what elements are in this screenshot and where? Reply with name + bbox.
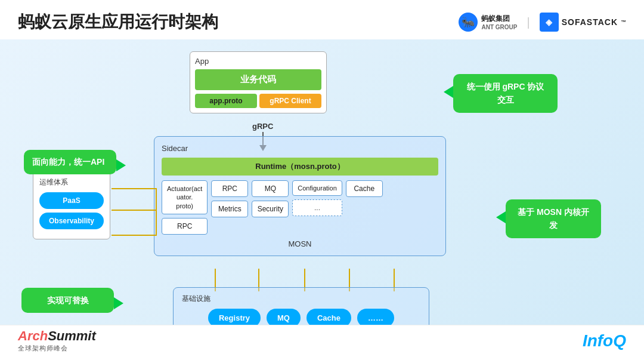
arch-suffix: Summit	[48, 328, 96, 343]
connector-h-1	[112, 188, 156, 189]
ant-group-logo: 🐜 蚂蚁集团 ANT GROUP	[459, 13, 517, 32]
connector-h-3	[112, 235, 156, 236]
sofa-icon: ◈	[540, 13, 559, 32]
callout-api: 面向能力，统一API	[24, 150, 116, 174]
mosn-col-4: Configuration ...	[292, 180, 342, 235]
callout-replace: 实现可替换	[21, 288, 114, 313]
callout-replace-tail	[114, 297, 123, 309]
footer-left: ArchSummit 全球架构师峰会	[18, 328, 96, 353]
app-box: App 业务代码 app.proto gRPC Client	[190, 51, 327, 113]
app-label: App	[195, 57, 321, 66]
business-code: 业务代码	[195, 69, 321, 90]
mosn-label: MOSN	[162, 239, 438, 248]
infoq-logo: InfoQ	[583, 331, 626, 350]
callout-mosn: 基于 MOSN 内核开发	[506, 199, 601, 238]
runtime-bar: Runtime（mosn.proto）	[162, 158, 438, 176]
mosn-col-1: Actuator(actuator.proto) RPC	[162, 180, 208, 235]
grpc-label: gRPC	[252, 122, 273, 131]
arch-summit-sub: 全球架构师峰会	[18, 344, 68, 353]
cell-security: Security	[252, 201, 289, 217]
ops-label: 运维体系	[39, 177, 104, 187]
page-title: 蚂蚁云原生应用运行时架构	[18, 11, 218, 33]
main-content: App 业务代码 app.proto gRPC Client gRPC Side…	[0, 39, 644, 356]
ops-observability: Observability	[39, 213, 104, 229]
app-bottom-row: app.proto gRPC Client	[195, 94, 321, 108]
callout-mosn-container: 基于 MOSN 内核开发	[506, 199, 601, 238]
sidecar-label: Sidecar	[162, 144, 438, 153]
logos: 🐜 蚂蚁集团 ANT GROUP | ◈ SOFASTACK ™	[459, 13, 626, 32]
app-proto: app.proto	[195, 94, 257, 108]
callout-grpc-tail	[444, 86, 453, 98]
mosn-col-2: RPC Metrics	[211, 180, 248, 235]
infra-label: 基础设施	[182, 294, 420, 304]
callout-grpc-container: 统一使用 gRPC 协议交互	[453, 74, 558, 113]
logo-divider: |	[527, 16, 530, 29]
callout-api-tail	[116, 159, 126, 171]
footer: ArchSummit 全球架构师峰会 InfoQ	[0, 325, 644, 356]
mosn-col-5: Cache	[346, 180, 383, 235]
cell-rpc: RPC	[211, 180, 248, 197]
mosn-grid: Actuator(actuator.proto) RPC RPC Metrics…	[162, 180, 438, 235]
cell-mq: MQ	[252, 180, 289, 197]
callout-replace-container: 实现可替换	[21, 288, 114, 313]
cell-tracer: RPC	[162, 218, 208, 235]
callout-grpc: 统一使用 gRPC 协议交互	[453, 74, 558, 113]
callout-mosn-tail	[496, 211, 506, 223]
cell-dots-1: ...	[292, 199, 342, 216]
cell-actuator: Actuator(actuator.proto)	[162, 180, 208, 214]
sidecar-box: Sidecar Runtime（mosn.proto） Actuator(act…	[154, 136, 446, 256]
arch-summit-name: ArchSummit	[18, 328, 96, 344]
ops-paas: PaaS	[39, 192, 104, 209]
header: 蚂蚁云原生应用运行时架构 🐜 蚂蚁集团 ANT GROUP | ◈ SOFAST…	[0, 0, 644, 39]
ant-icon: 🐜	[459, 13, 478, 32]
cell-cache: Cache	[346, 180, 383, 197]
arch-summit-logo: ArchSummit 全球架构师峰会	[18, 328, 96, 353]
arch-prefix: Arch	[18, 328, 48, 343]
sofa-stack-logo: ◈ SOFASTACK ™	[540, 13, 626, 32]
ant-group-text: 蚂蚁集团 ANT GROUP	[481, 14, 517, 30]
grpc-client: gRPC Client	[259, 94, 321, 108]
cell-metrics: Metrics	[211, 201, 248, 217]
cell-configuration: Configuration	[292, 180, 342, 196]
connector-v-2	[156, 210, 157, 236]
ops-box: 运维体系 PaaS Observability	[33, 171, 110, 239]
arch-summit-text: ArchSummit 全球架构师峰会	[18, 328, 96, 353]
callout-api-container: 面向能力，统一API	[24, 150, 116, 174]
mosn-col-3: MQ Security	[252, 180, 289, 235]
connector-h-2	[112, 210, 156, 211]
